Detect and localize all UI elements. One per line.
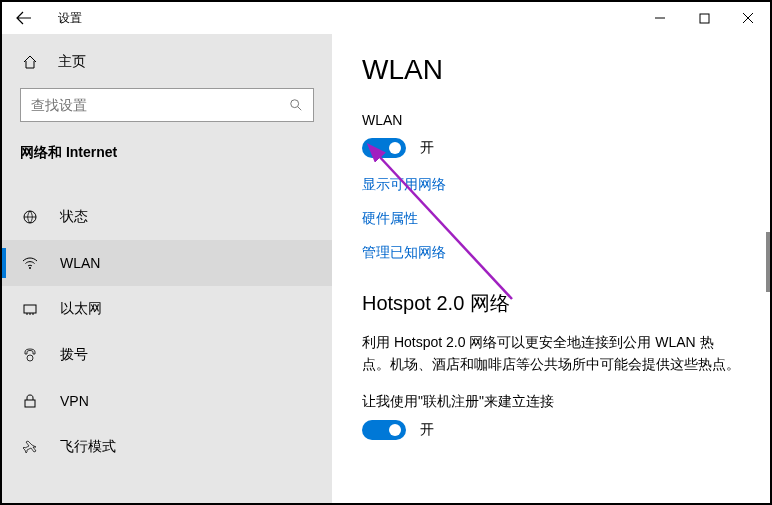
sidebar-section-heading: 网络和 Internet bbox=[2, 132, 332, 170]
svg-rect-4 bbox=[24, 305, 36, 313]
hotspot-description: 利用 Hotspot 2.0 网络可以更安全地连接到公用 WLAN 热点。机场、… bbox=[362, 331, 740, 376]
maximize-icon bbox=[699, 13, 710, 24]
wlan-toggle-state: 开 bbox=[420, 139, 434, 157]
sidebar-item-label: 拨号 bbox=[60, 346, 88, 364]
sidebar-item-wlan[interactable]: WLAN bbox=[2, 240, 332, 286]
titlebar: 设置 bbox=[2, 2, 770, 34]
back-button[interactable] bbox=[2, 2, 46, 34]
vpn-icon bbox=[20, 393, 40, 409]
back-arrow-icon bbox=[16, 10, 32, 26]
close-icon bbox=[742, 12, 754, 24]
home-icon bbox=[20, 54, 40, 70]
minimize-button[interactable] bbox=[638, 2, 682, 34]
minimize-icon bbox=[654, 12, 666, 24]
svg-point-5 bbox=[27, 355, 33, 361]
airplane-icon bbox=[20, 439, 40, 455]
settings-window: 设置 主页 bbox=[0, 0, 772, 505]
sidebar-item-vpn[interactable]: VPN bbox=[2, 378, 332, 424]
sidebar-item-dialup[interactable]: 拨号 bbox=[2, 332, 332, 378]
search-input[interactable] bbox=[31, 97, 281, 113]
hotspot-heading: Hotspot 2.0 网络 bbox=[362, 290, 740, 317]
svg-rect-0 bbox=[700, 14, 709, 23]
nav-home[interactable]: 主页 bbox=[2, 40, 332, 84]
ethernet-icon bbox=[20, 301, 40, 317]
toggle-knob bbox=[389, 142, 401, 154]
hotspot-toggle-state: 开 bbox=[420, 421, 434, 439]
globe-icon bbox=[20, 209, 40, 225]
svg-point-1 bbox=[291, 100, 299, 108]
sidebar: 主页 网络和 Internet 状态 WLAN bbox=[2, 34, 332, 503]
svg-rect-6 bbox=[25, 400, 35, 407]
close-button[interactable] bbox=[726, 2, 770, 34]
search-box[interactable] bbox=[20, 88, 314, 122]
sidebar-item-label: WLAN bbox=[60, 255, 100, 271]
sidebar-item-label: VPN bbox=[60, 393, 89, 409]
sidebar-item-status[interactable]: 状态 bbox=[2, 194, 332, 240]
content-pane: WLAN WLAN 开 显示可用网络 硬件属性 管理已知网络 Hotspot 2… bbox=[332, 34, 770, 503]
window-title: 设置 bbox=[46, 10, 638, 27]
link-hardware-properties[interactable]: 硬件属性 bbox=[362, 210, 740, 228]
link-manage-known-networks[interactable]: 管理已知网络 bbox=[362, 244, 740, 262]
toggle-knob bbox=[389, 424, 401, 436]
sidebar-item-label: 以太网 bbox=[60, 300, 102, 318]
sidebar-item-label: 状态 bbox=[60, 208, 88, 226]
hotspot-toggle[interactable] bbox=[362, 420, 406, 440]
nav-home-label: 主页 bbox=[58, 53, 86, 71]
sidebar-item-label: 飞行模式 bbox=[60, 438, 116, 456]
sidebar-item-ethernet[interactable]: 以太网 bbox=[2, 286, 332, 332]
wifi-icon bbox=[20, 255, 40, 271]
window-body: 主页 网络和 Internet 状态 WLAN bbox=[2, 34, 770, 503]
wlan-subheading: WLAN bbox=[362, 112, 740, 128]
dialup-icon bbox=[20, 347, 40, 363]
window-controls bbox=[638, 2, 770, 34]
sidebar-item-airplane[interactable]: 飞行模式 bbox=[2, 424, 332, 470]
link-show-networks[interactable]: 显示可用网络 bbox=[362, 176, 740, 194]
search-icon bbox=[289, 98, 303, 112]
svg-point-3 bbox=[29, 267, 31, 269]
maximize-button[interactable] bbox=[682, 2, 726, 34]
page-heading: WLAN bbox=[362, 54, 740, 86]
wlan-toggle-row: 开 bbox=[362, 138, 740, 158]
wlan-links: 显示可用网络 硬件属性 管理已知网络 bbox=[362, 176, 740, 262]
hotspot-toggle-row: 开 bbox=[362, 420, 740, 440]
scrollbar[interactable] bbox=[766, 232, 770, 292]
wlan-toggle[interactable] bbox=[362, 138, 406, 158]
hotspot-toggle-label: 让我使用"联机注册"来建立连接 bbox=[362, 390, 740, 412]
